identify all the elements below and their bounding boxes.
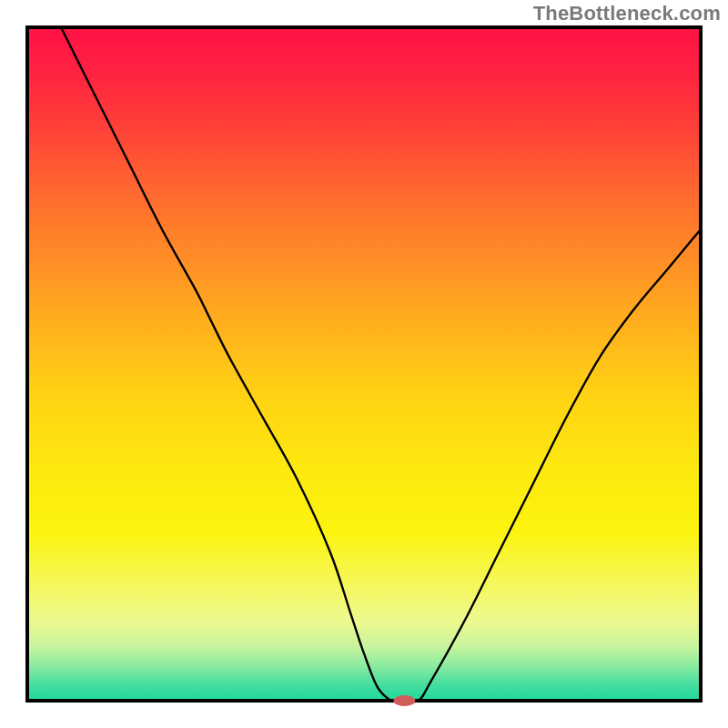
- plot-area: [27, 27, 701, 706]
- attribution-label: TheBottleneck.com: [533, 2, 721, 25]
- bottleneck-chart: TheBottleneck.com: [0, 0, 728, 728]
- optimal-marker: [393, 695, 415, 706]
- chart-svg: [0, 0, 728, 728]
- plot-background: [27, 27, 701, 701]
